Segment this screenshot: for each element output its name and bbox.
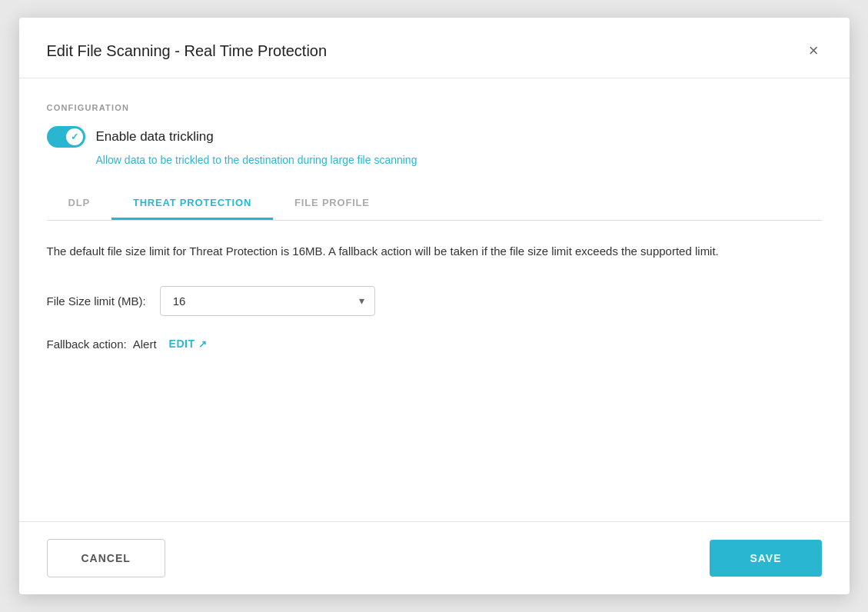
tabs: DLP THREAT PROTECTION FILE PROFILE	[47, 188, 822, 221]
dialog-footer: CANCEL SAVE	[19, 521, 850, 594]
configuration-section: CONFIGURATION ✓ Enable data trickling Al…	[47, 103, 822, 166]
fallback-row: Fallback action: Alert EDIT ↗	[47, 338, 822, 351]
configuration-label: CONFIGURATION	[47, 103, 822, 112]
edit-dialog: Edit File Scanning - Real Time Protectio…	[19, 18, 850, 594]
dialog-title: Edit File Scanning - Real Time Protectio…	[47, 42, 328, 60]
dialog-header: Edit File Scanning - Real Time Protectio…	[19, 18, 850, 78]
fallback-label: Fallback action:	[47, 338, 127, 351]
file-size-label: File Size limit (MB):	[47, 294, 146, 308]
data-trickling-toggle[interactable]: ✓	[47, 126, 85, 148]
dialog-body: CONFIGURATION ✓ Enable data trickling Al…	[19, 78, 850, 521]
save-button[interactable]: SAVE	[710, 540, 821, 577]
tab-threat-protection[interactable]: THREAT PROTECTION	[111, 188, 273, 220]
fallback-value: Alert	[133, 338, 157, 351]
edit-link[interactable]: EDIT ↗	[169, 338, 208, 350]
toggle-check-icon: ✓	[71, 131, 78, 142]
file-size-row: File Size limit (MB): 16 32 64 128 ▾	[47, 286, 822, 316]
toggle-description: Allow data to be trickled to the destina…	[96, 154, 822, 166]
close-button[interactable]: ×	[806, 39, 822, 62]
cancel-button[interactable]: CANCEL	[47, 539, 165, 577]
external-link-icon: ↗	[198, 338, 208, 350]
toggle-label: Enable data trickling	[96, 129, 214, 145]
edit-label: EDIT	[169, 338, 195, 350]
tab-file-profile[interactable]: FILE PROFILE	[273, 188, 391, 220]
file-size-select[interactable]: 16 32 64 128	[160, 286, 375, 316]
tab-dlp[interactable]: DLP	[47, 188, 111, 220]
toggle-knob: ✓	[66, 128, 83, 145]
threat-protection-content: The default file size limit for Threat P…	[47, 242, 822, 351]
threat-protection-description: The default file size limit for Threat P…	[47, 242, 739, 261]
file-size-select-wrapper: 16 32 64 128 ▾	[160, 286, 375, 316]
toggle-row: ✓ Enable data trickling	[47, 126, 822, 148]
